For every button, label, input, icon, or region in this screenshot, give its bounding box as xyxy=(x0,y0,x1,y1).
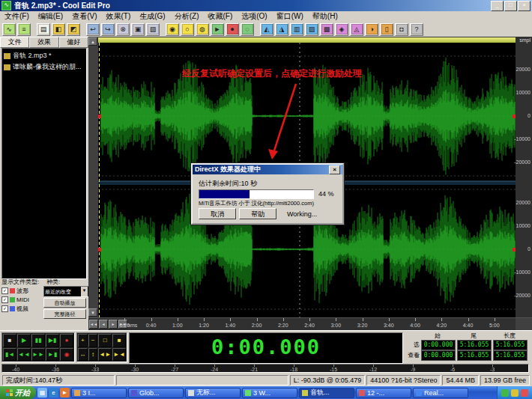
zoom-button-1[interactable]: − xyxy=(88,334,98,347)
transport-button-5[interactable]: ▮◄ xyxy=(3,348,16,362)
cue-list-button[interactable]: ▯ xyxy=(380,23,393,36)
redo-button[interactable]: ↪ xyxy=(101,23,115,36)
transport-button-3[interactable]: ▶▮ xyxy=(46,334,59,347)
time-value-cell[interactable]: 5:16.055 xyxy=(493,340,528,350)
file-type-checkbox[interactable]: ✓ xyxy=(1,296,8,303)
timeline-nav-button-2[interactable]: ► xyxy=(109,320,118,329)
cancel-button[interactable]: 取消 xyxy=(199,208,236,219)
sort-dropdown[interactable]: 最近的改变 ▼ xyxy=(43,286,89,297)
delay-effect-button[interactable]: ◮ xyxy=(275,23,288,36)
transport-button-4[interactable]: ● xyxy=(60,334,73,347)
zoom-button-3[interactable]: ■ xyxy=(112,334,126,347)
time-value-cell[interactable]: 0:00.000 xyxy=(421,340,456,350)
help-button[interactable]: ? xyxy=(410,23,423,36)
menu-item-1[interactable]: 编辑(E) xyxy=(34,11,67,22)
media-player-icon[interactable]: ► xyxy=(60,388,70,398)
amplify-effect-button[interactable]: ◭ xyxy=(260,23,273,36)
tab-effects[interactable]: 效果 xyxy=(29,37,58,48)
file-type-checkbox[interactable]: ✓ xyxy=(1,305,8,312)
time-value-cell[interactable]: 0:00.000 xyxy=(421,350,456,361)
menu-item-8[interactable]: 窗口(W) xyxy=(272,11,308,22)
taskbar-task-0[interactable]: 3 I... xyxy=(71,388,127,398)
scroll-down-button[interactable]: ▼ xyxy=(88,308,97,317)
filter-option-button-1[interactable]: 完整路径 xyxy=(43,309,86,319)
reverb-effect-button[interactable]: ▨ xyxy=(305,23,318,36)
zoom-button-4[interactable]: ↔ xyxy=(78,348,88,362)
timeline-nav-button-0[interactable]: ◄◄ xyxy=(89,320,98,329)
convert-sample-type-button[interactable]: ◑ xyxy=(365,23,378,36)
scroll-up-button[interactable]: ▲ xyxy=(88,37,97,46)
zoom-button-2[interactable]: □ xyxy=(98,334,112,347)
menu-item-3[interactable]: 效果(T) xyxy=(101,11,135,22)
show-desktop-icon[interactable]: ▦ xyxy=(37,388,47,398)
save-file-button[interactable]: ◩ xyxy=(67,23,80,36)
ime-tray-icon[interactable] xyxy=(521,389,528,397)
file-type-checkbox[interactable]: ✓ xyxy=(1,287,8,294)
level-meter[interactable]: -40-36-33-30-27-24-21-18-15-12-9-6-3 xyxy=(1,364,529,373)
maximize-button[interactable]: □ xyxy=(504,1,517,11)
transport-button-1[interactable]: ▶ xyxy=(17,334,31,347)
taskbar-task-3[interactable]: 3 W... xyxy=(242,388,297,398)
dialog-titlebar[interactable]: DirectX 效果器处理中 × xyxy=(193,165,342,174)
undo-button[interactable]: ↩ xyxy=(86,23,100,36)
eq-effect-button[interactable]: ▥ xyxy=(290,23,303,36)
dialog-close-icon[interactable]: × xyxy=(329,165,340,174)
tab-favorites[interactable]: 偏好 xyxy=(59,37,88,48)
transport-button-9[interactable]: ◉ xyxy=(60,348,73,362)
play-button[interactable]: ► xyxy=(211,23,224,36)
menu-item-5[interactable]: 分析(Z) xyxy=(170,11,204,22)
help-button[interactable]: 帮助 xyxy=(239,208,276,219)
internet-explorer-icon[interactable]: e xyxy=(49,388,58,398)
tab-files[interactable]: 文件 xyxy=(0,37,29,48)
new-file-button[interactable]: ▤ xyxy=(37,23,50,36)
taskbar-task-1[interactable]: Glob... xyxy=(128,388,184,398)
menu-item-4[interactable]: 生成(G) xyxy=(135,11,169,22)
paste-button[interactable]: ▧ xyxy=(146,23,160,36)
transport-button-0[interactable]: ■ xyxy=(3,334,16,347)
start-button[interactable]: 开始 xyxy=(0,386,36,399)
zoom-button-0[interactable]: + xyxy=(78,334,88,347)
sound-tray-icon[interactable] xyxy=(511,389,519,397)
file-list-item-1[interactable]: 谭咏麟-像我这样的朋... xyxy=(2,61,86,73)
timeline-nav-button-1[interactable]: ◄ xyxy=(99,320,108,329)
zoom-out-button[interactable]: ○ xyxy=(181,23,194,36)
zoom-in-button[interactable]: ◉ xyxy=(166,23,179,36)
filter-option-button-0[interactable]: 自动播放 xyxy=(43,298,86,308)
settings-button[interactable]: ◘ xyxy=(395,23,408,36)
copy-button[interactable]: ▣ xyxy=(131,23,145,36)
menu-item-7[interactable]: 选项(O) xyxy=(237,11,271,22)
zoom-selection-button[interactable]: ◍ xyxy=(196,23,209,36)
normalize-button[interactable]: ◈ xyxy=(335,23,348,36)
time-display[interactable]: 0:00.000 xyxy=(129,332,403,364)
open-files-list[interactable]: 音轨 2.mp3 *谭咏麟-像我这样的朋... xyxy=(1,48,87,279)
taskbar-task-5[interactable]: 12 -... xyxy=(356,388,411,398)
transport-button-7[interactable]: ►► xyxy=(31,348,45,362)
taskbar-task-4[interactable]: 音轨... xyxy=(299,388,354,398)
menu-item-0[interactable]: 文件(F) xyxy=(0,11,34,22)
time-value-cell[interactable]: 5:16.055 xyxy=(493,350,528,361)
time-value-cell[interactable]: 5:16.055 xyxy=(457,340,492,350)
time-ruler[interactable]: ◄◄◄►►► hms 0:200:401:001:201:402:002:202… xyxy=(88,317,516,331)
zoom-button-5[interactable]: ↕ xyxy=(88,348,98,362)
fft-filter-button[interactable]: ◬ xyxy=(350,23,363,36)
menu-item-2[interactable]: 查看(V) xyxy=(67,11,101,22)
app-icon[interactable]: ∿ xyxy=(1,1,11,10)
taskbar-task-6[interactable]: Real... xyxy=(413,388,468,398)
file-list-item-0[interactable]: 音轨 2.mp3 * xyxy=(2,50,86,61)
time-value-cell[interactable]: 5:16.055 xyxy=(457,350,492,361)
zoom-button-6[interactable]: ◄► xyxy=(98,348,112,362)
taskbar-task-2[interactable]: 无标... xyxy=(185,388,241,398)
loop-button[interactable]: ◌ xyxy=(241,23,254,36)
menu-item-9[interactable]: 帮助(H) xyxy=(308,11,342,22)
noise-reduction-button[interactable]: ▩ xyxy=(320,23,333,36)
close-button[interactable]: × xyxy=(518,1,531,11)
waveform-view-button[interactable]: ∿ xyxy=(2,23,16,36)
transport-button-6[interactable]: ◄◄ xyxy=(17,348,31,362)
antivirus-tray-icon[interactable] xyxy=(501,389,509,397)
minimize-button[interactable]: _ xyxy=(491,1,504,11)
record-button[interactable]: ● xyxy=(226,23,239,36)
menu-item-6[interactable]: 收藏(F) xyxy=(203,11,237,22)
multitrack-view-button[interactable]: ≡ xyxy=(17,23,31,36)
zoom-button-7[interactable]: ►◄ xyxy=(112,348,126,362)
open-file-button[interactable]: ◧ xyxy=(52,23,65,36)
